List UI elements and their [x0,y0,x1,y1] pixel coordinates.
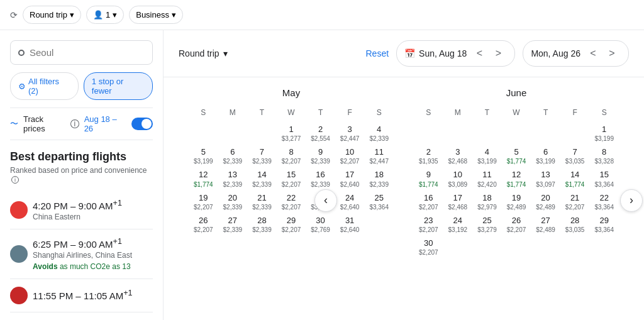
cal-cell[interactable]: 19$2,489 [502,190,531,213]
cal-cell[interactable]: 27$2,489 [531,213,560,236]
cal-cell [560,236,590,258]
cal-cell[interactable]: 31$2,640 [335,213,365,236]
date-to-prev[interactable]: < [584,45,602,62]
date-from-label: Sun, Aug 18 [419,48,467,58]
cal-cell[interactable]: 18$2,339 [364,167,394,190]
cal-cell[interactable]: 4$2,339 [364,122,394,145]
cal-cell[interactable]: 13$2,339 [218,167,248,190]
cal-cell[interactable]: 29$3,364 [589,213,619,236]
cal-cell[interactable]: 17$2,468 [443,190,473,213]
cal-cell[interactable]: 24$3,192 [443,213,473,236]
flight-card[interactable]: 11:55 PM – 11:05 AM+1 [10,279,153,312]
cal-cell[interactable]: 23$2,207 [414,213,443,236]
cal-cell[interactable]: 6$2,339 [218,145,248,167]
cal-cell[interactable]: 26$2,207 [189,213,218,236]
all-filters-chip[interactable]: ⚙ All filters (2) [10,72,79,100]
cal-cell[interactable]: 15$3,364 [589,167,619,190]
cal-cell[interactable]: 15$2,207 [277,167,306,190]
day-of-week: T [531,106,560,119]
cal-cell[interactable]: 20$2,339 [218,190,248,213]
stop-filter-chip[interactable]: 1 stop or fewer [84,72,153,100]
cal-cell[interactable]: 22$2,207 [277,190,306,213]
cal-cell[interactable]: 25$3,364 [364,190,394,213]
flight-card[interactable]: 4:20 PM – 9:00 AM+1 China Eastern [10,191,153,229]
day-price: $2,207 [502,226,531,234]
day-price: $2,339 [219,158,247,165]
cal-cell[interactable]: 3$2,447 [335,122,365,145]
cal-cell[interactable]: 18$2,979 [472,190,502,213]
cal-cell[interactable]: 24$2,640 [335,190,365,213]
month-title: June [414,87,619,98]
day-price: $3,364 [365,204,393,211]
day-number: 2 [306,124,335,135]
date-to-next[interactable]: > [603,45,621,62]
cal-cell[interactable]: 3$2,468 [443,145,473,167]
cal-cell[interactable]: 5$1,774 [502,145,531,167]
cal-next-button[interactable]: › [620,189,643,212]
cal-cell[interactable]: 4$3,199 [472,145,502,167]
day-number: 26 [502,215,531,226]
cal-cell[interactable]: 5$3,199 [189,145,218,167]
cal-cell[interactable]: 30$2,207 [414,236,443,258]
cal-prev-button[interactable]: ‹ [314,189,337,212]
cal-cell[interactable]: 22$3,364 [589,190,619,213]
circle-icon [18,50,25,56]
cal-cell[interactable]: 6$3,199 [531,145,560,167]
cal-cell[interactable]: 28$2,339 [247,213,277,236]
cal-cell[interactable]: 2$2,554 [306,122,335,145]
cal-cell[interactable]: 28$3,035 [560,213,590,236]
date-to-chip[interactable]: Mon, Aug 26 < > [523,40,629,67]
cal-cell[interactable]: 1$3,277 [277,122,306,145]
cal-cell[interactable]: 19$2,207 [189,190,218,213]
cal-cell[interactable]: 27$2,339 [218,213,248,236]
cal-cell[interactable]: 13$3,097 [531,167,560,190]
cal-cell[interactable]: 14$2,339 [247,167,277,190]
cal-cell[interactable]: 9$1,774 [414,167,443,190]
cal-cell[interactable]: 7$2,339 [247,145,277,167]
cal-cell[interactable]: 29$2,207 [277,213,306,236]
cal-cell[interactable]: 9$2,339 [306,145,335,167]
cal-cell[interactable]: 25$3,279 [472,213,502,236]
search-field[interactable] [10,40,153,65]
day-price: $2,554 [306,135,335,143]
cal-cell[interactable]: 12$1,774 [502,167,531,190]
cal-cell[interactable]: 14$1,774 [560,167,590,190]
cal-cell[interactable]: 11$2,447 [364,145,394,167]
cal-cell[interactable]: 8$2,207 [277,145,306,167]
day-price: $2,489 [531,204,560,211]
cal-trip-selector[interactable]: Round trip ▾ [179,48,228,58]
passengers-button[interactable]: 👤 1 ▾ [86,6,124,24]
cal-cell[interactable]: 10$2,207 [335,145,365,167]
cabin-button[interactable]: Business ▾ [129,6,183,24]
date-from-chip[interactable]: 📅 Sun, Aug 18 < > [396,40,515,67]
cal-cell[interactable]: 2$1,935 [414,145,443,167]
day-of-week: S [589,106,619,119]
day-number: 15 [590,169,618,180]
cal-cell[interactable]: 17$2,640 [335,167,365,190]
cal-reset-button[interactable]: Reset [366,48,389,58]
cal-cell[interactable]: 11$2,420 [472,167,502,190]
cal-cell[interactable]: 30$2,769 [306,213,335,236]
cal-cell[interactable]: 8$3,328 [589,145,619,167]
day-number: 26 [189,215,218,226]
flight-card[interactable]: 6:25 PM – 9:00 AM+1 Shanghai Airlines, C… [10,229,153,279]
cal-cell[interactable]: 10$3,089 [443,167,473,190]
date-from-next[interactable]: > [489,45,507,62]
cal-cell[interactable]: 21$2,339 [247,190,277,213]
date-from-prev[interactable]: < [470,45,488,62]
track-prices-toggle[interactable] [131,118,153,130]
cal-cell[interactable]: 16$2,207 [414,190,443,213]
search-input[interactable] [30,47,145,58]
cal-cell[interactable]: 12$1,774 [189,167,218,190]
day-number: 18 [365,169,393,180]
cal-cell[interactable]: 21$2,207 [560,190,590,213]
cal-cell[interactable]: 16$2,339 [306,167,335,190]
passengers-label: 1 [106,10,110,19]
cal-cell[interactable]: 7$3,035 [560,145,590,167]
trip-type-button[interactable]: Round trip ▾ [23,6,81,24]
date-to-label: Mon, Aug 26 [531,48,580,58]
cal-cell[interactable]: 26$2,207 [502,213,531,236]
cal-cell[interactable]: 20$2,489 [531,190,560,213]
flight-time: 6:25 PM – 9:00 AM+1 [33,237,132,250]
cal-cell[interactable]: 1$3,199 [589,122,619,145]
